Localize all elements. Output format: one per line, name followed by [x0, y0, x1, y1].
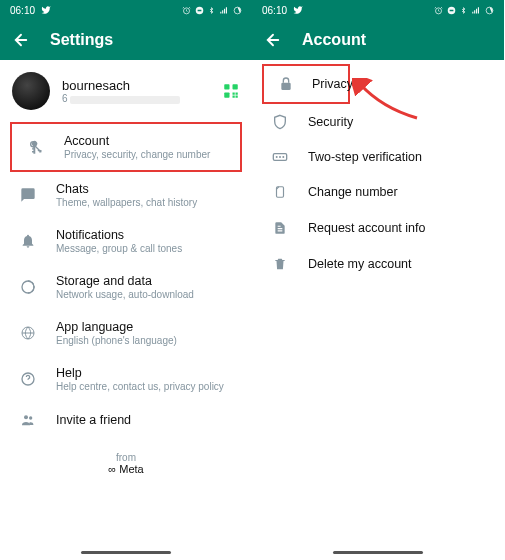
back-icon[interactable]: [12, 31, 30, 49]
profile-status-char: 6: [62, 93, 68, 104]
alarm-icon: [434, 6, 443, 15]
item-label: Delete my account: [308, 257, 486, 271]
profile-row[interactable]: bournesach 6: [0, 60, 252, 122]
twitter-icon: [293, 5, 303, 15]
settings-list: Account Privacy, security, change number…: [0, 122, 252, 438]
item-label: App language: [56, 320, 234, 334]
help-icon: [18, 371, 38, 387]
nav-handle[interactable]: [81, 551, 171, 554]
app-bar: Account: [252, 20, 504, 60]
sim-icon: [270, 184, 290, 200]
alarm-icon: [182, 6, 191, 15]
svg-rect-8: [236, 93, 238, 95]
qr-icon[interactable]: [222, 82, 240, 100]
status-time: 06:10: [262, 5, 287, 16]
account-list: Privacy Security Two-step verification C…: [252, 64, 504, 282]
item-label: Request account info: [308, 221, 486, 235]
settings-item-account[interactable]: Account Privacy, security, change number: [10, 122, 242, 172]
document-icon: [270, 220, 290, 236]
svg-rect-6: [224, 93, 229, 98]
account-item-twostep[interactable]: Two-step verification: [256, 140, 500, 174]
item-label: Storage and data: [56, 274, 234, 288]
svg-point-12: [32, 143, 34, 145]
footer-brand: Meta: [119, 463, 143, 475]
back-icon[interactable]: [264, 31, 282, 49]
page-title: Account: [302, 31, 366, 49]
meta-infinity-icon: ∞: [108, 463, 119, 475]
people-icon: [18, 412, 38, 428]
svg-point-26: [282, 156, 284, 158]
svg-rect-9: [233, 96, 235, 98]
signal-icon: [471, 6, 481, 15]
item-sub: Privacy, security, change number: [64, 149, 226, 160]
chat-icon: [18, 187, 38, 203]
item-label: Help: [56, 366, 234, 380]
twitter-icon: [41, 5, 51, 15]
svg-rect-7: [233, 93, 235, 95]
bluetooth-icon: [460, 6, 467, 15]
svg-point-16: [24, 415, 28, 419]
settings-item-help[interactable]: Help Help centre, contact us, privacy po…: [4, 356, 248, 402]
svg-rect-22: [281, 83, 290, 90]
footer-from: from: [0, 452, 252, 463]
item-sub: Message, group & call tones: [56, 243, 234, 254]
account-item-changenumber[interactable]: Change number: [256, 174, 500, 210]
svg-point-17: [29, 416, 32, 419]
signal-icon: [219, 6, 229, 15]
profile-name: bournesach: [62, 78, 210, 93]
phone-left: 06:10 Settings bournesach 6 Acc: [0, 0, 252, 560]
item-label: Notifications: [56, 228, 234, 242]
settings-item-chats[interactable]: Chats Theme, wallpapers, chat history: [4, 172, 248, 218]
key-icon: [26, 139, 46, 155]
shield-icon: [270, 114, 290, 130]
pin-icon: [270, 151, 290, 163]
item-label: Security: [308, 115, 486, 129]
globe-icon: [18, 325, 38, 341]
status-bar: 06:10: [0, 0, 252, 20]
account-item-security[interactable]: Security: [256, 104, 500, 140]
item-label: Two-step verification: [308, 150, 486, 164]
settings-item-invite[interactable]: Invite a friend: [4, 402, 248, 438]
bluetooth-icon: [208, 6, 215, 15]
dnd-icon: [447, 6, 456, 15]
bell-icon: [18, 233, 38, 249]
footer: from ∞ Meta: [0, 438, 252, 489]
battery-icon: [485, 6, 494, 15]
svg-rect-2: [198, 9, 202, 11]
item-label: Change number: [308, 185, 486, 199]
account-item-delete[interactable]: Delete my account: [256, 246, 500, 282]
settings-item-notifications[interactable]: Notifications Message, group & call tone…: [4, 218, 248, 264]
item-sub: Theme, wallpapers, chat history: [56, 197, 234, 208]
nav-handle[interactable]: [333, 551, 423, 554]
svg-rect-20: [450, 9, 454, 11]
lock-icon: [278, 76, 294, 92]
svg-rect-4: [224, 84, 229, 89]
svg-rect-5: [233, 84, 238, 89]
avatar: [12, 72, 50, 110]
status-time: 06:10: [10, 5, 35, 16]
settings-item-storage[interactable]: Storage and data Network usage, auto-dow…: [4, 264, 248, 310]
app-bar: Settings: [0, 20, 252, 60]
item-sub: Help centre, contact us, privacy policy: [56, 381, 234, 392]
item-sub: Network usage, auto-download: [56, 289, 234, 300]
svg-point-24: [276, 156, 278, 158]
item-label: Account: [64, 134, 226, 148]
battery-icon: [233, 6, 242, 15]
item-label: Invite a friend: [56, 413, 234, 427]
svg-rect-10: [236, 96, 238, 98]
svg-point-25: [279, 156, 281, 158]
settings-item-language[interactable]: App language English (phone's language): [4, 310, 248, 356]
item-label: Chats: [56, 182, 234, 196]
phone-right: 06:10 Account Privacy Security Two-step …: [252, 0, 504, 560]
dnd-icon: [195, 6, 204, 15]
page-title: Settings: [50, 31, 113, 49]
account-item-privacy[interactable]: Privacy: [262, 64, 350, 104]
trash-icon: [270, 256, 290, 272]
item-sub: English (phone's language): [56, 335, 234, 346]
profile-status: [70, 96, 180, 104]
item-label: Privacy: [312, 77, 353, 91]
status-bar: 06:10: [252, 0, 504, 20]
storage-icon: [18, 279, 38, 295]
account-item-request[interactable]: Request account info: [256, 210, 500, 246]
